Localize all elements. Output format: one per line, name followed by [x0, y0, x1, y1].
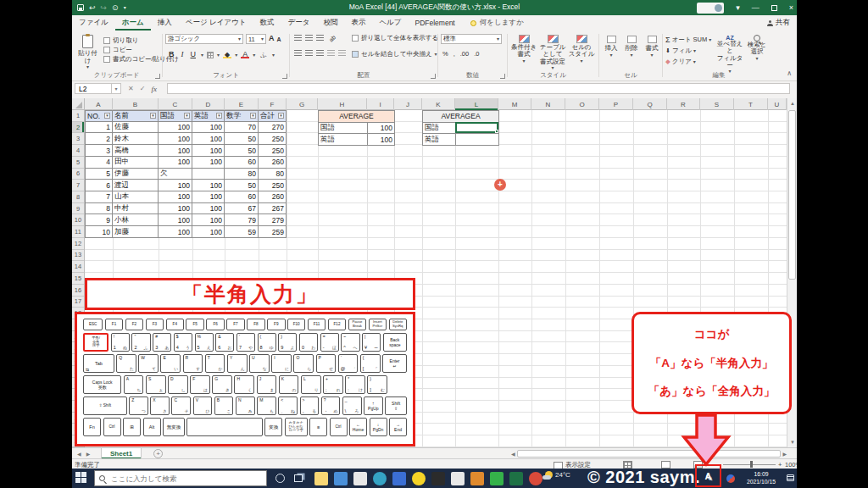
insert-function-icon[interactable]: fx	[151, 85, 157, 93]
ime-mode-indicator[interactable]: A	[705, 471, 712, 481]
autosum-button[interactable]: Σオート SUM▾	[665, 35, 711, 44]
name-box-caret-icon[interactable]: ▾	[112, 83, 121, 94]
table-cell[interactable]: 100	[159, 145, 192, 157]
tab-挿入[interactable]: 挿入	[151, 15, 179, 30]
table-cell[interactable]: 70	[225, 122, 259, 134]
align-center-icon[interactable]	[305, 50, 313, 57]
table-cell[interactable]: 80	[259, 169, 287, 180]
block-value-cell[interactable]: 100	[367, 122, 395, 135]
row-header-4[interactable]: 4	[72, 145, 84, 157]
table-cell[interactable]: 9	[85, 214, 113, 226]
scroll-left-icon[interactable]: ◀	[511, 451, 515, 457]
tab-表示[interactable]: 表示	[344, 15, 372, 30]
shrink-font-button[interactable]: A	[277, 36, 281, 42]
table-cell[interactable]: 100	[159, 180, 192, 191]
table-cell[interactable]: 270	[259, 122, 287, 134]
action-center-icon[interactable]	[787, 474, 794, 481]
save-icon[interactable]	[77, 4, 84, 11]
zoom-level[interactable]: 100%	[785, 461, 797, 469]
table-cell[interactable]: 260	[259, 157, 287, 169]
clipboard-dialog-launcher[interactable]	[155, 74, 160, 79]
enter-check-icon[interactable]: ✓	[140, 85, 146, 92]
clear-button[interactable]: ◆クリア▾	[665, 57, 711, 66]
table-cell[interactable]: 250	[259, 145, 287, 157]
number-dialog-launcher[interactable]	[500, 74, 505, 79]
font-size-select[interactable]: 11▾	[246, 34, 266, 44]
font-dialog-launcher[interactable]	[282, 74, 287, 79]
filter-dropdown-icon[interactable]: ▼	[250, 113, 256, 119]
restore-button[interactable]	[771, 5, 777, 11]
column-header-I[interactable]: I	[367, 98, 394, 110]
number-format-button[interactable]: .00	[460, 50, 469, 58]
photos-icon[interactable]	[334, 472, 348, 485]
cancel-icon[interactable]: ✕	[128, 85, 134, 92]
table-cell[interactable]: 小林	[113, 214, 159, 226]
taskbar-clock[interactable]: 16:09 2021/10/15	[738, 471, 784, 485]
column-header-L[interactable]: L	[455, 98, 498, 110]
row-header-13[interactable]: 13	[72, 250, 84, 262]
table-cell[interactable]: 山本	[113, 191, 159, 203]
table-cell[interactable]: 50	[225, 145, 259, 157]
block-label-cell[interactable]: 国語	[318, 122, 368, 135]
scroll-right-icon[interactable]: ▶	[782, 451, 787, 457]
camera-icon[interactable]	[529, 472, 542, 485]
app-orange-icon[interactable]	[470, 472, 484, 485]
table-cell[interactable]: 100	[159, 191, 192, 203]
close-button[interactable]: ×	[789, 4, 793, 12]
table-cell[interactable]: 欠	[159, 169, 192, 180]
filter-dropdown-icon[interactable]: ▼	[184, 113, 190, 119]
table-cell[interactable]: 伊藤	[113, 169, 159, 180]
sort-filter-button[interactable]: AZ 並べ替えと フィルター ▾	[716, 35, 743, 74]
table-cell[interactable]: 100	[159, 214, 192, 226]
row-header-11[interactable]: 11	[72, 226, 84, 238]
filter-dropdown-icon[interactable]: ▼	[150, 113, 156, 119]
weather-widget[interactable]: 24°C	[545, 471, 570, 479]
sheet-nav-left-icon[interactable]: ◀	[77, 451, 81, 457]
table-cell[interactable]: 100	[159, 203, 192, 215]
block-label-cell[interactable]: 英語	[318, 133, 368, 146]
row-header-7[interactable]: 7	[72, 180, 84, 191]
table-cell[interactable]: 100	[159, 122, 192, 134]
row-header-17[interactable]: 17	[72, 297, 84, 308]
borders-button[interactable]	[207, 52, 214, 58]
table-cell[interactable]: 79	[225, 214, 259, 226]
italic-button[interactable]: I	[180, 51, 186, 58]
paste-button[interactable]: 貼り付け ▾	[75, 33, 101, 71]
table-cell[interactable]: 250	[259, 133, 287, 145]
ribbon-options-icon[interactable]: ▾	[736, 4, 740, 12]
taskbar-search[interactable]	[94, 470, 267, 486]
row-header-6[interactable]: 6	[72, 169, 84, 180]
table-cell[interactable]: 80	[225, 169, 259, 180]
column-header-C[interactable]: C	[159, 98, 192, 110]
horizontal-scrollbar[interactable]: ◀ ▶	[511, 449, 787, 458]
selected-cell[interactable]	[455, 122, 498, 134]
merge-center-button[interactable]: セルを結合して中央揃え	[361, 50, 432, 58]
style-button[interactable]: 条件付き書式▾	[509, 35, 538, 70]
table-cell[interactable]: 100	[159, 226, 192, 238]
table-cell[interactable]: 7	[85, 191, 113, 203]
find-select-button[interactable]: 検索と 選択 ▾	[743, 35, 771, 74]
table-cell[interactable]: 260	[259, 191, 287, 203]
app-blue-icon[interactable]	[392, 472, 406, 485]
touch-mode-icon[interactable]: ⊙	[112, 4, 119, 12]
cells-button[interactable]: 挿入▾	[602, 36, 620, 58]
select-all-corner[interactable]	[72, 98, 85, 110]
start-button[interactable]	[75, 472, 89, 485]
number-format-button[interactable]: .0	[474, 50, 479, 58]
tab-データ[interactable]: データ	[281, 15, 316, 30]
redo-icon[interactable]: ↪	[101, 4, 108, 12]
table-cell[interactable]: 59	[225, 226, 259, 238]
table-cell[interactable]: 鈴木	[113, 133, 159, 145]
align-middle-icon[interactable]	[305, 35, 313, 42]
column-header-O[interactable]: O	[565, 98, 599, 110]
orientation-button[interactable]: ab	[326, 32, 337, 43]
tab-ページ レイアウト[interactable]: ページ レイアウト	[179, 15, 253, 30]
table-cell[interactable]: 250	[259, 180, 287, 191]
zoom-slider-thumb[interactable]	[750, 461, 753, 468]
fill-color-button[interactable]: ◆	[223, 52, 231, 58]
explorer-icon[interactable]	[314, 472, 328, 485]
cells-button[interactable]: 削除▾	[622, 36, 641, 58]
search-input[interactable]	[109, 474, 262, 484]
font-color-button[interactable]: A	[241, 51, 249, 58]
table-cell[interactable]: 100	[192, 133, 225, 145]
